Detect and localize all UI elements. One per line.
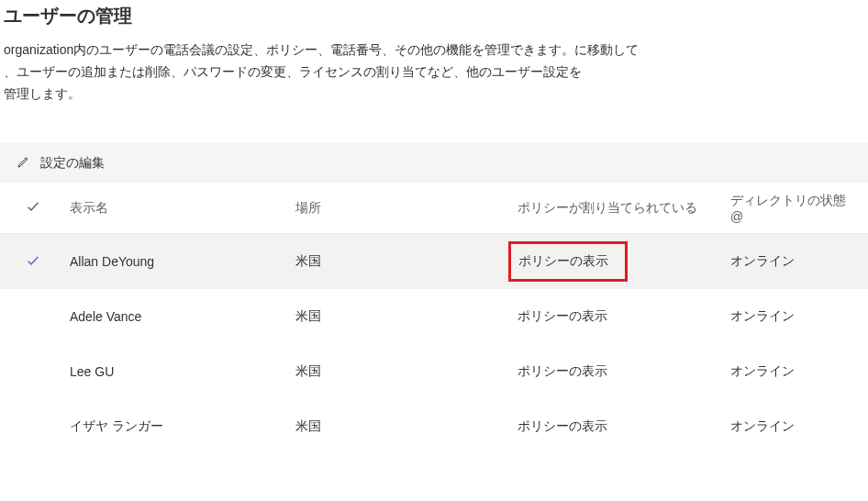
user-name[interactable]: Lee GU [64, 364, 295, 379]
page-desc-line: organization内のユーザーの電話会議の設定、ポリシー、電話番号、その他… [4, 39, 868, 61]
user-location: 米国 [295, 308, 517, 325]
column-header-directory[interactable]: ディレクトリの状態@ [730, 193, 859, 224]
user-name[interactable]: イザヤ ランガー [64, 418, 295, 435]
view-policy-link[interactable]: ポリシーの表示 [517, 363, 607, 378]
table-header: 表示名 場所 ポリシーが割り当てられている ディレクトリの状態@ [0, 183, 868, 234]
select-all-checkbox[interactable] [9, 199, 64, 217]
user-location: 米国 [295, 363, 517, 380]
column-header-display-name[interactable]: 表示名 [64, 200, 295, 217]
page-title: ユーザーの管理 [0, 0, 868, 39]
table-row[interactable]: Allan DeYoung米国ポリシーの表示オンライン [0, 234, 868, 289]
directory-status: オンライン [730, 308, 859, 325]
column-header-policy[interactable]: ポリシーが割り当てられている [517, 200, 730, 217]
policy-cell: ポリシーの表示 [517, 241, 730, 282]
edit-icon [17, 154, 31, 172]
directory-status: オンライン [730, 363, 859, 380]
check-icon [26, 199, 40, 217]
page-desc-line: 管理します。 [4, 84, 868, 106]
view-policy-link[interactable]: ポリシーの表示 [517, 418, 607, 433]
policy-cell: ポリシーの表示 [517, 308, 730, 325]
user-table: 表示名 場所 ポリシーが割り当てられている ディレクトリの状態@ Allan D… [0, 183, 868, 454]
user-name[interactable]: Allan DeYoung [64, 254, 295, 269]
table-row[interactable]: イザヤ ランガー米国ポリシーの表示オンライン [0, 399, 868, 454]
highlight-annotation: ポリシーの表示 [508, 241, 628, 282]
check-icon [26, 253, 40, 271]
user-location: 米国 [295, 253, 517, 270]
view-policy-link[interactable]: ポリシーの表示 [517, 308, 607, 323]
page-desc-line: 、ユーザーの追加または削除、パスワードの変更、ライセンスの割り当てなど、他のユー… [4, 61, 868, 84]
user-location: 米国 [295, 418, 517, 435]
table-row[interactable]: Adele Vance米国ポリシーの表示オンライン [0, 289, 868, 344]
directory-status: オンライン [730, 253, 859, 270]
view-policy-link[interactable]: ポリシーの表示 [518, 253, 608, 268]
row-checkbox[interactable] [9, 253, 64, 271]
policy-cell: ポリシーの表示 [517, 418, 730, 435]
column-header-location[interactable]: 場所 [295, 200, 517, 217]
policy-cell: ポリシーの表示 [517, 363, 730, 380]
page-description: organization内のユーザーの電話会議の設定、ポリシー、電話番号、その他… [0, 39, 868, 105]
table-row[interactable]: Lee GU米国ポリシーの表示オンライン [0, 344, 868, 399]
directory-status: オンライン [730, 418, 859, 435]
edit-settings-button[interactable]: 設定の編集 [40, 155, 105, 172]
toolbar: 設定の編集 [0, 143, 868, 183]
user-name[interactable]: Adele Vance [64, 309, 295, 324]
